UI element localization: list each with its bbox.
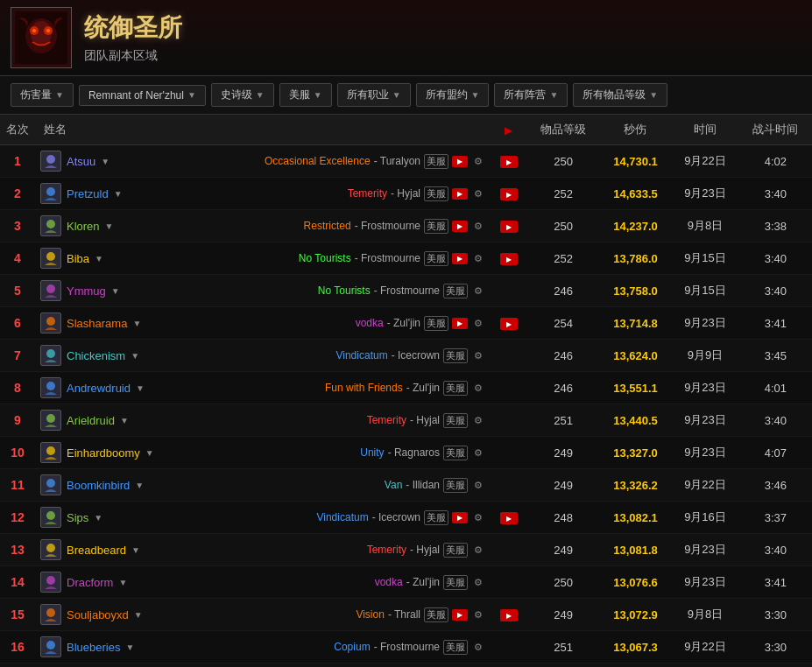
player-dropdown-arrow[interactable]: ▼ <box>136 383 145 393</box>
chevron-down-icon: ▼ <box>471 90 480 100</box>
filter-class[interactable]: 所有职业 ▼ <box>337 83 411 107</box>
player-name[interactable]: Slasharama <box>67 317 127 330</box>
player-dropdown-arrow[interactable]: ▼ <box>132 319 141 328</box>
player-dropdown-arrow[interactable]: ▼ <box>101 157 109 166</box>
page-title: 统御圣所 <box>84 11 182 45</box>
rank-cell: 12 <box>0 502 35 534</box>
guild-name[interactable]: Copium <box>334 641 370 653</box>
player-name[interactable]: Kloren <box>67 220 100 233</box>
youtube-icon[interactable]: ▶ <box>452 512 468 523</box>
warcraftlogs-icon[interactable]: ⚙ <box>471 543 485 557</box>
warcraftlogs-icon[interactable]: ⚙ <box>471 510 485 524</box>
player-dropdown-arrow[interactable]: ▼ <box>145 448 154 458</box>
ilvl-cell: 250 <box>527 663 600 668</box>
warcraftlogs-icon[interactable]: ⚙ <box>471 478 485 492</box>
guild-name[interactable]: Restricted <box>304 220 351 232</box>
filter-metric[interactable]: 伤害量 ▼ <box>11 83 74 107</box>
player-name[interactable]: Souljaboyxd <box>67 608 129 621</box>
player-name[interactable]: Boomkinbird <box>67 479 130 492</box>
guild-name[interactable]: Unity <box>360 446 384 459</box>
filter-faction[interactable]: 所有阵营 ▼ <box>494 83 568 107</box>
warcraftlogs-icon[interactable]: ⚙ <box>471 640 485 654</box>
guild-name[interactable]: Vision <box>356 608 384 621</box>
video-cell <box>491 566 527 599</box>
youtube-icon[interactable]: ▶ <box>452 156 468 167</box>
youtube-link-icon[interactable]: ▶ <box>500 253 518 265</box>
warcraftlogs-icon[interactable]: ⚙ <box>471 186 485 200</box>
warcraftlogs-icon[interactable]: ⚙ <box>471 413 485 427</box>
guild-name[interactable]: Occasional Excellence <box>265 155 371 167</box>
player-name[interactable]: Biba <box>67 252 89 265</box>
date-cell: 9月9日 <box>671 340 739 372</box>
filter-region[interactable]: 美服 ▼ <box>279 83 332 107</box>
youtube-link-icon[interactable]: ▶ <box>500 609 518 621</box>
player-name[interactable]: Andrewdruid <box>67 382 131 395</box>
video-cell <box>491 404 527 437</box>
guild-name[interactable]: Temerity <box>348 187 387 200</box>
guild-name[interactable]: vodka <box>356 317 384 329</box>
player-name[interactable]: Breadbeard <box>67 544 126 557</box>
player-dropdown-arrow[interactable]: ▼ <box>125 642 134 652</box>
guild-name[interactable]: Temerity <box>367 544 406 556</box>
warcraftlogs-icon[interactable]: ⚙ <box>471 154 485 168</box>
player-dropdown-arrow[interactable]: ▼ <box>134 610 143 620</box>
player-dropdown-arrow[interactable]: ▼ <box>95 254 103 263</box>
player-name[interactable]: Atsuu <box>67 155 95 168</box>
guild-name[interactable]: No Tourists <box>299 252 351 264</box>
youtube-link-icon[interactable]: ▶ <box>500 188 518 200</box>
player-name[interactable]: Blueberies <box>67 641 120 654</box>
player-name[interactable]: Arieldruid <box>67 414 115 427</box>
dps-cell: 14,633.5 <box>600 178 671 210</box>
svg-point-6 <box>46 29 50 32</box>
warcraftlogs-icon[interactable]: ⚙ <box>471 316 485 330</box>
filter-covenant[interactable]: 所有盟约 ▼ <box>416 83 490 107</box>
player-dropdown-arrow[interactable]: ▼ <box>120 416 129 425</box>
youtube-icon[interactable]: ▶ <box>452 253 468 264</box>
youtube-icon[interactable]: ▶ <box>452 318 468 329</box>
youtube-link-icon[interactable]: ▶ <box>500 512 518 524</box>
player-name[interactable]: Sips <box>67 511 88 524</box>
youtube-link-icon[interactable]: ▶ <box>500 318 518 330</box>
player-dropdown-arrow[interactable]: ▼ <box>114 189 123 199</box>
guild-name[interactable]: Vindicatum <box>335 349 387 362</box>
warcraftlogs-icon[interactable]: ⚙ <box>471 381 485 395</box>
svg-point-7 <box>46 155 55 164</box>
player-dropdown-arrow[interactable]: ▼ <box>131 545 140 555</box>
filter-difficulty[interactable]: 史诗级 ▼ <box>211 83 274 107</box>
warcraftlogs-icon[interactable]: ⚙ <box>471 251 485 265</box>
guild-name[interactable]: Temerity <box>367 414 406 426</box>
youtube-link-icon[interactable]: ▶ <box>500 221 518 233</box>
guild-name[interactable]: vodka <box>375 576 403 588</box>
youtube-icon[interactable]: ▶ <box>452 609 468 621</box>
guild-name[interactable]: Fun with Friends <box>325 382 403 394</box>
player-dropdown-arrow[interactable]: ▼ <box>94 513 102 523</box>
warcraftlogs-icon[interactable]: ⚙ <box>471 219 485 233</box>
warcraftlogs-icon[interactable]: ⚙ <box>471 284 485 298</box>
rank-cell: 13 <box>0 534 35 566</box>
guild-name[interactable]: No Tourists <box>318 284 371 297</box>
filter-ilvl[interactable]: 所有物品等级 ▼ <box>573 83 667 107</box>
player-dropdown-arrow[interactable]: ▼ <box>135 481 144 490</box>
youtube-icon[interactable]: ▶ <box>452 221 468 232</box>
player-dropdown-arrow[interactable]: ▼ <box>131 351 139 361</box>
player-dropdown-arrow[interactable]: ▼ <box>118 578 127 587</box>
warcraftlogs-icon[interactable]: ⚙ <box>471 575 485 589</box>
youtube-link-icon[interactable]: ▶ <box>500 156 518 168</box>
player-dropdown-arrow[interactable]: ▼ <box>105 221 114 231</box>
filter-boss[interactable]: Remnant of Ner'zhul ▼ <box>79 85 206 106</box>
guild-name[interactable]: Vindicatum <box>316 511 368 523</box>
guild-name[interactable]: Van <box>385 479 402 491</box>
player-name[interactable]: Chickenism <box>67 349 125 362</box>
name-cell: Souljaboyxd ▼ Vision - Thrall 美服 ▶ ⚙ <box>35 599 491 631</box>
rank-cell: 8 <box>0 372 35 404</box>
warcraftlogs-icon[interactable]: ⚙ <box>471 607 485 621</box>
player-dropdown-arrow[interactable]: ▼ <box>111 286 120 296</box>
player-name[interactable]: Pretzuld <box>67 187 109 200</box>
youtube-icon[interactable]: ▶ <box>452 188 468 200</box>
player-name[interactable]: Einhardboomy <box>67 446 140 460</box>
player-name[interactable]: Dracform <box>67 576 113 589</box>
warcraftlogs-icon[interactable]: ⚙ <box>471 348 485 362</box>
rank-cell: 4 <box>0 242 35 275</box>
player-name[interactable]: Ymmug <box>67 284 106 298</box>
warcraftlogs-icon[interactable]: ⚙ <box>471 446 485 460</box>
